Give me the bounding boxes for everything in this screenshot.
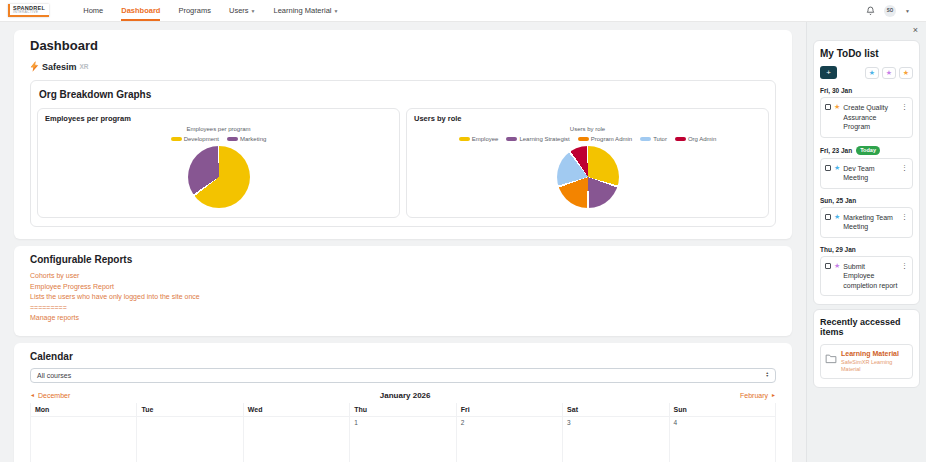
weekday-header-mon: Mon [31,403,137,417]
legend-item-tutor[interactable]: Tutor [640,136,667,142]
recently-accessed-block: Recently accessed items Learning Materia… [813,309,920,388]
todo-item-text: Submit Employee completion report [843,262,898,291]
legend-item-org-admin[interactable]: Org Admin [675,136,716,142]
todo-star-filters: ★★★ [865,67,913,79]
file-icon [825,350,837,368]
user-avatar[interactable]: SO [884,5,896,17]
orange-star-filter-button[interactable]: ★ [899,67,913,79]
todo-date-label: Sun, 25 Jan [820,197,856,204]
page-title: Dashboard [30,38,776,53]
weekday-header-tue: Tue [137,403,243,417]
legend-swatch [459,137,470,142]
calendar-day-1[interactable]: 1 [350,416,456,462]
report-link-lists-the-users-who-have-only-logged-into-the-site-once[interactable]: Lists the users who have only logged int… [30,292,776,303]
primary-nav: HomeDashboardProgramsUsers▼Learning Mate… [83,0,338,21]
kebab-menu-icon[interactable]: ⋮ [901,164,908,172]
legend-item-employee[interactable]: Employee [459,136,499,142]
todo-checkbox[interactable] [825,263,831,269]
chevron-down-icon: ▼ [333,8,338,14]
calendar-day-2[interactable]: 2 [456,416,562,462]
todo-item-submit-employee-completion-report[interactable]: ★Submit Employee completion report⋮ [820,256,913,297]
star-icon: ★ [834,262,840,270]
todo-date-header: Sun, 25 Jan [820,197,913,204]
chevron-down-icon: ▼ [251,8,256,14]
todo-checkbox[interactable] [825,104,831,110]
calendar-day-empty [137,416,243,462]
legend-label: Program Admin [591,136,632,142]
todo-date-header: Thu, 29 Jan [820,246,913,253]
next-month-link[interactable]: February ► [740,392,776,399]
recently-accessed-title: Recently accessed items [820,317,913,337]
legend-label: Org Admin [688,136,716,142]
configurable-reports-title: Configurable Reports [30,254,776,265]
chart-card-users-by-role: Users by roleUsers by roleEmployeeLearni… [406,108,769,218]
nav-item-label: Programs [178,6,211,15]
legend-label: Employee [472,136,499,142]
todo-checkbox[interactable] [825,165,831,171]
weekday-header-sun: Sun [669,403,775,417]
notifications-bell-icon[interactable] [866,6,875,16]
star-icon: ★ [869,69,875,77]
legend-swatch [171,137,182,142]
legend-item-learning-strategist[interactable]: Learning Strategist [506,136,569,142]
nav-item-dashboard[interactable]: Dashboard [121,0,160,21]
charts-row: Employees per programEmployees per progr… [37,108,769,218]
spandrel-logo[interactable]: SPANDREL INTERACTIVE [8,4,49,18]
weekday-header-sat: Sat [563,403,669,417]
report-link-employee-progress-report[interactable]: Employee Progress Report [30,282,776,293]
calendar-day-3[interactable]: 3 [563,416,669,462]
prev-month-link[interactable]: ◄ December [30,392,70,399]
todo-item-text: Create Quality Assurance Program [843,103,898,132]
dashboard-header-card: Dashboard Safesim XR Org Breakdown Graph… [14,30,792,239]
configurable-reports-card: Configurable Reports Cohorts by userEmpl… [14,246,792,336]
day-number: 1 [354,419,358,426]
recent-item-title: Learning Material [841,350,908,359]
legend-item-development[interactable]: Development [171,136,219,142]
blue-star-filter-button[interactable]: ★ [865,67,879,79]
legend-swatch [506,137,517,142]
legend-item-program-admin[interactable]: Program Admin [578,136,632,142]
course-filter-value: All courses [37,372,71,379]
legend-label: Tutor [653,136,667,142]
calendar-title: Calendar [30,351,776,362]
todo-item-create-quality-assurance-program[interactable]: ★Create Quality Assurance Program⋮ [820,97,913,138]
kebab-menu-icon[interactable]: ⋮ [901,103,908,111]
legend-item-marketing[interactable]: Marketing [227,136,266,142]
recent-item-learning-material[interactable]: Learning MaterialSafeSimXR Learning Mate… [820,344,913,379]
legend-swatch [640,137,651,142]
kebab-menu-icon[interactable]: ⋮ [901,262,908,270]
calendar-day-4[interactable]: 4 [669,416,775,462]
chart-legend: DevelopmentMarketing [45,136,392,142]
org-breakdown-section: Org Breakdown Graphs Employees per progr… [30,80,776,227]
todo-item-marketing-team-meeting[interactable]: ★Marketing Team Meeting⋮ [820,207,913,238]
calendar-day-empty [31,416,137,462]
main-content: Dashboard Safesim XR Org Breakdown Graph… [0,22,806,462]
report-link-manage-reports[interactable]: Manage reports [30,313,776,324]
org-breakdown-title: Org Breakdown Graphs [39,89,767,100]
chart-legend: EmployeeLearning StrategistProgram Admin… [414,136,761,142]
add-todo-button[interactable]: + [820,66,837,79]
todo-title: My ToDo list [820,48,913,59]
purple-star-filter-button[interactable]: ★ [882,67,896,79]
nav-item-programs[interactable]: Programs [178,0,211,21]
close-drawer-icon[interactable]: × [813,25,920,36]
nav-item-learning-material[interactable]: Learning Material▼ [274,0,339,21]
todo-controls: + ★★★ [820,66,913,79]
weekday-header-thu: Thu [350,403,456,417]
todo-checkbox[interactable] [825,214,831,220]
safesim-bolt-icon [30,61,39,72]
todo-item-dev-team-meeting[interactable]: ★Dev Team Meeting⋮ [820,158,913,189]
todo-block: My ToDo list + ★★★ Fri, 30 Jan★Create Qu… [813,40,920,305]
report-link-[interactable]: ========= [30,303,776,314]
nav-item-home[interactable]: Home [83,0,103,21]
day-number: 2 [461,419,465,426]
course-filter-select[interactable]: All courses ▲▼ [30,368,776,383]
user-menu-chevron-down-icon[interactable]: ▼ [905,8,910,14]
nav-item-users[interactable]: Users▼ [229,0,256,21]
legend-swatch [675,137,686,142]
star-icon: ★ [834,164,840,172]
report-link-cohorts-by-user[interactable]: Cohorts by user [30,271,776,282]
prev-arrow-icon: ◄ [30,392,35,398]
navbar-right: SO ▼ [866,5,918,17]
kebab-menu-icon[interactable]: ⋮ [901,213,908,221]
